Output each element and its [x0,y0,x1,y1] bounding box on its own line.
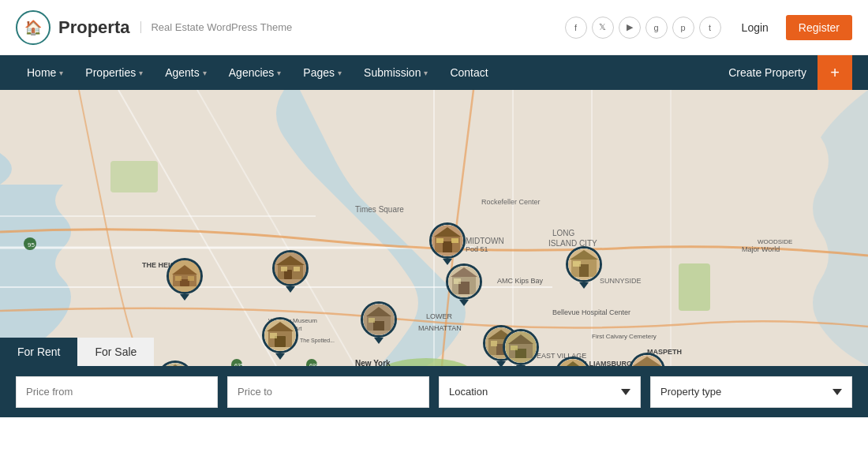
svg-text:LOWER: LOWER [426,312,453,320]
svg-rect-61 [281,267,287,271]
svg-rect-55 [175,276,181,281]
svg-rect-11 [679,263,710,311]
svg-rect-103 [573,261,581,267]
googleplus-icon[interactable]: g [645,17,668,39]
map-area[interactable]: Times Square Rockefeller Center MIDTOWN … [0,90,868,366]
property-type-select[interactable]: Property type Apartment House Studio Vil… [650,376,852,408]
nav-item-pages[interactable]: Pages ▾ [292,55,353,90]
svg-text:WOODSIDE: WOODSIDE [758,238,792,245]
svg-rect-82 [436,238,443,243]
svg-text:Pod 51: Pod 51 [466,245,488,253]
svg-rect-98 [511,346,518,350]
svg-rect-77 [369,318,375,323]
svg-text:Times Square: Times Square [355,205,404,214]
svg-rect-93 [491,341,497,346]
svg-rect-76 [373,321,384,331]
nav-item-properties[interactable]: Properties ▾ [74,55,154,90]
price-from-input[interactable] [16,376,218,408]
svg-text:Major World: Major World [742,245,780,253]
svg-text:New York: New York [355,359,391,366]
navbar: Home ▾ Properties ▾ Agents ▾ Agencies ▾ … [0,55,868,90]
map-pin-1[interactable] [166,258,203,299]
header: 🏠 Properta Real Estate WordPress Theme f… [0,0,868,55]
nav-item-home[interactable]: Home ▾ [16,55,74,90]
tabs-area: For Rent For Sale [0,338,154,366]
add-icon[interactable]: + [817,55,852,90]
tumblr-icon[interactable]: t [699,17,721,39]
svg-rect-62 [294,267,300,271]
svg-rect-88 [454,278,461,284]
svg-text:The Spotted...: The Spotted... [300,338,335,344]
tab-for-rent[interactable]: For Rent [0,338,77,366]
register-button[interactable]: Register [786,15,852,40]
svg-text:MIDTOWN: MIDTOWN [466,237,504,245]
svg-rect-81 [443,241,452,252]
nav-item-submission[interactable]: Submission ▾ [353,55,439,90]
price-to-input[interactable] [227,376,429,408]
site-title: Properta [58,17,129,38]
svg-text:SUNNYSIDE: SUNNYSIDE [600,277,642,285]
svg-text:AMC Kips Bay: AMC Kips Bay [497,277,544,285]
pinterest-icon[interactable]: p [672,17,694,39]
svg-text:LONG: LONG [552,229,575,237]
map-pin-12[interactable] [629,353,665,366]
chevron-down-icon: ▾ [338,69,342,77]
login-button[interactable]: Login [734,17,776,39]
chevron-down-icon: ▾ [424,69,428,77]
tab-for-sale[interactable]: For Sale [77,338,154,366]
chevron-down-icon: ▾ [59,69,63,77]
twitter-icon[interactable]: 𝕏 [592,17,614,39]
map-pin-2[interactable] [272,250,309,291]
map-pin-11[interactable] [555,357,591,366]
svg-rect-83 [451,238,458,243]
map-pin-9[interactable] [503,329,539,366]
map-pin-4[interactable] [157,360,193,366]
map-pin-6[interactable] [429,222,466,263]
nav-item-agents[interactable]: Agents ▾ [154,55,218,90]
svg-text:Bellevue Hospital Center: Bellevue Hospital Center [552,308,630,316]
nav-item-agencies[interactable]: Agencies ▾ [218,55,293,90]
svg-text:95: 95 [28,241,35,248]
chevron-down-icon: ▾ [139,69,143,77]
map-pin-10[interactable] [566,246,602,287]
map-pin-5[interactable] [361,301,397,342]
site-tagline: Real Estate WordPress Theme [140,21,292,33]
search-bar: Location New York Manhattan Brooklyn Que… [0,366,868,417]
chevron-down-icon: ▾ [203,69,207,77]
youtube-icon[interactable]: ▶ [619,17,641,39]
create-property-button[interactable]: Create Property [717,55,817,90]
svg-text:First Calvary Cemetery: First Calvary Cemetery [592,333,657,340]
social-icons: f 𝕏 ▶ g p t Login Register [565,15,852,40]
nav-item-contact[interactable]: Contact [439,55,499,90]
logo-icon[interactable]: 🏠 [16,10,51,45]
svg-rect-67 [270,333,277,338]
logo-area: 🏠 Properta Real Estate WordPress Theme [16,10,292,45]
map-pin-7[interactable] [446,263,482,304]
facebook-icon[interactable]: f [565,17,587,39]
svg-rect-56 [188,276,194,281]
svg-text:Rockefeller Center: Rockefeller Center [481,198,541,206]
chevron-down-icon: ▾ [277,69,281,77]
map-pin-3[interactable] [262,317,298,358]
location-select[interactable]: Location New York Manhattan Brooklyn Que… [439,376,641,408]
svg-text:MANHATTAN: MANHATTAN [418,324,462,332]
svg-rect-12 [110,161,158,192]
